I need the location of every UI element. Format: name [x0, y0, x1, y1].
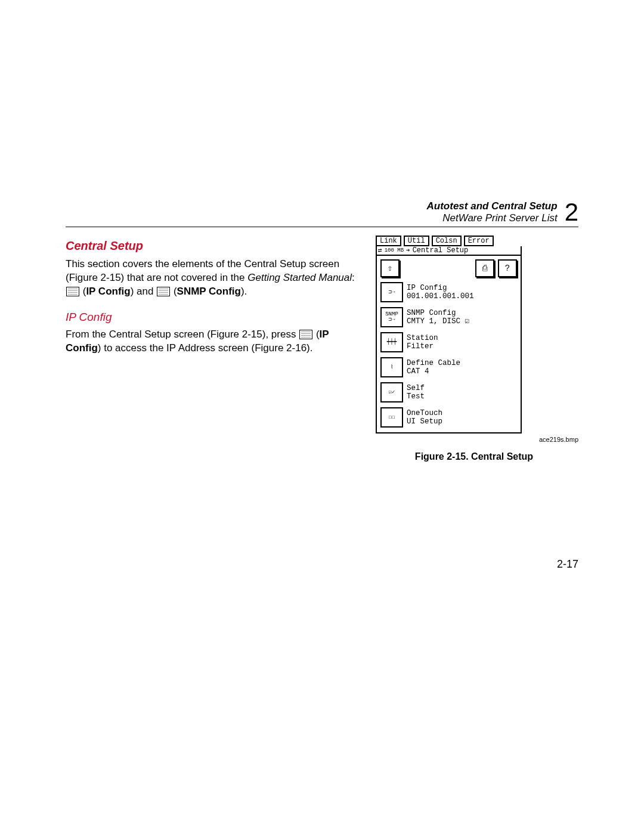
menu-item-define-cable: ⌇ Define Cable CAT 4 [380, 357, 517, 377]
text-column: Central Setup This section covers the el… [66, 236, 358, 462]
snmp-config-item-icon: SNMP ⊐→ [380, 307, 403, 327]
up-button: ⇧ [380, 259, 400, 277]
screen-title: Central Setup [413, 247, 469, 254]
bmp-filename: ace219s.bmp [539, 436, 578, 443]
ip-config-item-icon: ⊐→ [380, 282, 403, 302]
text: and [134, 286, 156, 297]
menu-item-station-filter: ┿┿┿ Station Filter [380, 332, 517, 352]
screenshot-toolbar: ⇧ ⎙ ? [380, 259, 517, 277]
speed-icon: ⇄ [378, 247, 382, 254]
station-filter-item-icon: ┿┿┿ [380, 332, 403, 352]
speed-label: 100 MB [385, 248, 404, 253]
ip-config-item-label: IP Config 001.001.001.001 [407, 284, 474, 301]
ip-config-label: IP Config [86, 286, 130, 297]
define-cable-item-icon: ⌇ [380, 357, 403, 377]
define-cable-item-label: Define Cable CAT 4 [407, 359, 460, 376]
snmp-config-icon [157, 287, 170, 296]
tab-util: Util [404, 236, 429, 246]
ui-setup-item-icon: ☐☐ [380, 407, 403, 428]
snmp-config-label: SNMP Config [177, 286, 241, 297]
text: From the Central Setup screen (Figure 2-… [66, 329, 299, 340]
menu-item-ip-config: ⊐→ IP Config 001.001.001.001 [380, 282, 517, 302]
ip-config-icon [299, 330, 312, 339]
self-test-item-icon: ☑✓ [380, 382, 403, 402]
header-title: Autotest and Central Setup [427, 200, 558, 212]
header-subtitle: NetWare Print Server List [442, 212, 557, 224]
section-heading-ip-config: IP Config [66, 309, 358, 325]
manual-name: Getting Started Manual [247, 272, 352, 283]
text: : [352, 272, 355, 283]
tab-error: Error [464, 236, 494, 246]
device-screenshot: Link Util Colsn Error ⇄ 100 MB ➔ Central… [376, 236, 522, 433]
menu-item-self-test: ☑✓ Self Test [380, 382, 517, 402]
arrow-icon: ➔ [406, 247, 410, 254]
snmp-config-item-label: SNMP Config CMTY 1, DISC ☑ [407, 309, 469, 326]
page-number: 2-17 [557, 558, 578, 571]
page-header: Autotest and Central Setup NetWare Print… [427, 200, 578, 225]
station-filter-item-label: Station Filter [407, 334, 438, 351]
self-test-item-label: Self Test [407, 384, 425, 401]
figure-column: Link Util Colsn Error ⇄ 100 MB ➔ Central… [370, 236, 578, 462]
ui-setup-item-label: OneTouch UI Setup [407, 409, 442, 426]
ip-config-icon [66, 287, 79, 296]
text: to access the IP Address screen (Figure … [101, 342, 313, 354]
help-button: ? [498, 259, 517, 277]
menu-item-snmp-config: SNMP ⊐→ SNMP Config CMTY 1, DISC ☑ [380, 307, 517, 327]
section-heading-central-setup: Central Setup [66, 238, 358, 254]
screenshot-title-row: ⇄ 100 MB ➔ Central Setup [376, 246, 522, 256]
text: . [244, 286, 247, 297]
figure-caption: Figure 2-15. Central Setup [397, 451, 552, 462]
tab-link: Link [376, 236, 401, 246]
central-setup-paragraph: This section covers the elements of the … [66, 258, 358, 299]
chapter-number: 2 [565, 200, 578, 225]
ip-config-paragraph: From the Central Setup screen (Figure 2-… [66, 328, 358, 355]
menu-item-ui-setup: ☐☐ OneTouch UI Setup [380, 407, 517, 428]
tab-colsn: Colsn [432, 236, 462, 246]
print-button: ⎙ [475, 259, 494, 277]
screenshot-tabs: Link Util Colsn Error [376, 236, 522, 246]
header-rule [66, 227, 578, 227]
